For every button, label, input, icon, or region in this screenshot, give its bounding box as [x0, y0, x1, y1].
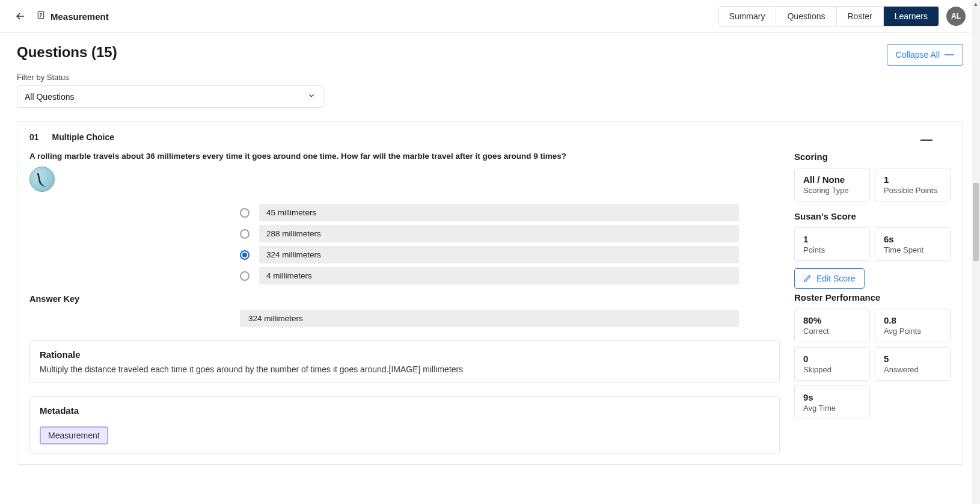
scoring-heading: Scoring: [794, 152, 951, 162]
metadata-box: Metadata Measurement: [29, 396, 780, 453]
app-header: Measurement Summary Questions Roster Lea…: [0, 0, 980, 33]
filter-select[interactable]: All Questions: [17, 85, 323, 108]
filter-label: Filter by Status: [17, 73, 963, 82]
metadata-title: Metadata: [40, 405, 770, 416]
filter-value: All Questions: [25, 92, 74, 102]
answer-text: 288 millimeters: [259, 225, 739, 242]
title-area: Measurement: [36, 10, 109, 22]
stat-label: Points: [803, 245, 861, 254]
stat-answered: 5 Answered: [875, 347, 951, 381]
stat-label: Avg Points: [884, 327, 942, 336]
answer-option[interactable]: 45 millimeters: [240, 204, 739, 221]
stat-label: Answered: [884, 365, 942, 374]
questions-heading: Questions (15): [17, 44, 117, 61]
stat-value: All / None: [803, 174, 861, 185]
question-type: Multiple Choice: [52, 132, 114, 142]
pencil-icon: [803, 274, 812, 283]
header-left: Measurement: [14, 10, 109, 22]
scrollbar-up-icon[interactable]: ▲: [972, 0, 980, 8]
stat-value: 9s: [803, 392, 861, 402]
page-title: Measurement: [51, 11, 109, 22]
collapse-all-label: Collapse All: [896, 50, 940, 60]
learner-score-heading: Susan's Score: [794, 211, 951, 221]
stat-points: 1 Points: [794, 227, 870, 261]
stat-value: 0.8: [884, 315, 942, 325]
tab-group: Summary Questions Roster Learners: [718, 6, 939, 26]
chevron-down-icon: [307, 91, 316, 102]
stat-time-spent: 6s Time Spent: [875, 227, 951, 261]
tab-learners[interactable]: Learners: [884, 7, 939, 26]
answer-option[interactable]: 324 millimeters: [240, 246, 739, 263]
section-header: Questions (15) Collapse All —: [17, 44, 963, 66]
answer-option[interactable]: 288 millimeters: [240, 225, 739, 242]
question-number: 01: [29, 132, 39, 142]
question-prompt: A rolling marble travels about 36 millim…: [29, 152, 780, 161]
main-content: Questions (15) Collapse All — Filter by …: [0, 33, 980, 479]
edit-score-label: Edit Score: [816, 274, 856, 283]
stat-avg-points: 0.8 Avg Points: [875, 309, 951, 342]
stat-label: Time Spent: [884, 245, 942, 254]
scrollbar-thumb[interactable]: [973, 183, 979, 261]
radio-icon: [240, 271, 250, 281]
question-image: [29, 167, 55, 192]
rationale-text: Multiply the distance traveled each time…: [40, 364, 770, 374]
roster-heading: Roster Performance: [794, 292, 951, 303]
answer-options: 45 millimeters 288 millimeters 324 milli…: [240, 204, 739, 284]
avatar[interactable]: AL: [946, 7, 966, 26]
stat-value: 1: [803, 234, 861, 244]
rationale-title: Rationale: [40, 349, 770, 360]
answer-text: 4 millimeters: [259, 267, 739, 284]
stat-value: 6s: [884, 234, 942, 244]
radio-icon: [240, 229, 250, 239]
stat-possible-points: 1 Possible Points: [875, 168, 951, 201]
collapse-icon: —: [945, 49, 954, 60]
collapse-all-button[interactable]: Collapse All —: [887, 44, 963, 66]
radio-icon: [240, 208, 250, 218]
stat-scoring-type: All / None Scoring Type: [794, 168, 870, 201]
answer-key-label: Answer Key: [29, 294, 780, 304]
question-left: 01 Multiple Choice A rolling marble trav…: [29, 132, 780, 453]
question-collapse-icon[interactable]: —: [920, 132, 933, 146]
stat-label: Scoring Type: [803, 186, 861, 195]
question-head: 01 Multiple Choice: [29, 132, 780, 142]
stat-value: 80%: [803, 315, 861, 325]
tab-questions[interactable]: Questions: [776, 7, 836, 26]
answer-text: 324 millimeters: [259, 246, 739, 263]
scoring-grid: All / None Scoring Type 1 Possible Point…: [794, 168, 951, 201]
document-icon: [36, 10, 46, 22]
rationale-box: Rationale Multiply the distance traveled…: [29, 340, 780, 383]
answer-key-value: 324 millimeters: [240, 310, 739, 327]
metadata-tag[interactable]: Measurement: [40, 426, 108, 444]
tab-summary[interactable]: Summary: [718, 7, 777, 26]
stat-label: Correct: [803, 327, 861, 336]
stat-value: 0: [803, 354, 861, 364]
stat-label: Skipped: [803, 365, 861, 374]
question-card: — 01 Multiple Choice A rolling marble tr…: [17, 121, 963, 465]
header-right: Summary Questions Roster Learners AL: [718, 6, 966, 26]
answer-option[interactable]: 4 millimeters: [240, 267, 739, 284]
stat-label: Possible Points: [884, 186, 942, 195]
edit-score-button[interactable]: Edit Score: [794, 268, 865, 289]
stat-skipped: 0 Skipped: [794, 347, 870, 381]
question-sidebar: Scoring All / None Scoring Type 1 Possib…: [794, 132, 951, 419]
stat-value: 1: [884, 174, 942, 185]
back-arrow-icon[interactable]: [14, 10, 26, 22]
tab-roster[interactable]: Roster: [837, 7, 884, 26]
stat-avg-time: 9s Avg Time: [794, 386, 870, 419]
learner-score-grid: 1 Points 6s Time Spent: [794, 227, 951, 261]
stat-value: 5: [884, 354, 942, 364]
stat-label: Avg Time: [803, 404, 861, 413]
scrollbar[interactable]: ▲: [972, 0, 980, 479]
answer-text: 45 millimeters: [259, 204, 739, 221]
radio-icon: [240, 250, 250, 260]
stat-correct: 80% Correct: [794, 309, 870, 342]
roster-grid: 80% Correct 0.8 Avg Points 0 Skipped 5 A…: [794, 309, 951, 419]
